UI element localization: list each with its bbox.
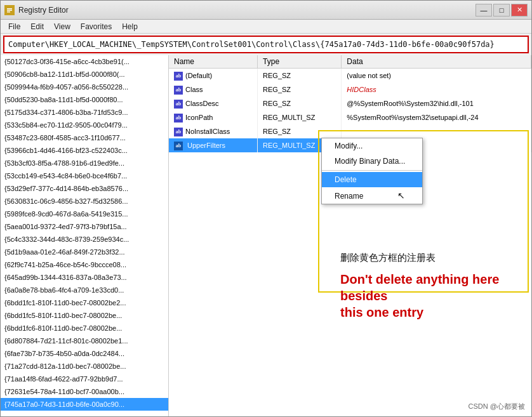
reg-type: REG_SZ [258, 69, 342, 83]
window-title: Registry Editor [18, 6, 475, 15]
menu-help[interactable]: Help [117, 21, 143, 32]
tree-item[interactable]: {72631e54-78a4-11d0-bcf7-00aa00b... [1, 385, 168, 398]
type-icon: ab [174, 86, 183, 95]
tree-item[interactable]: {6bdd1fc5-810f-11d0-bec7-08002be... [1, 309, 168, 322]
tree-item[interactable]: {71a27cdd-812a-11d0-bec7-08002be... [1, 360, 168, 373]
reg-type: REG_SZ [258, 83, 342, 96]
tree-item[interactable]: {5c4c3332-344d-483c-8739-259e934c... [1, 233, 168, 246]
menu-bar: File Edit View Favorites Help [1, 20, 531, 34]
type-icon: ab [174, 128, 183, 136]
class-value: HIDClass [347, 86, 376, 93]
tree-item[interactable]: {6a0a8e78-bba6-4fc4-a709-1e33cd0... [1, 284, 168, 296]
tree-item[interactable]: {53ccb149-e543-4c84-b6e0-bce4f6b7... [1, 169, 168, 182]
reg-type: REG_MULTI_SZ [258, 110, 342, 124]
tree-item[interactable]: {533c5b84-ec70-11d2-9505-00c04f79... [1, 119, 168, 131]
svg-rect-2 [7, 10, 12, 11]
annotation-chinese: 删除黄色方框的注册表 [340, 252, 436, 264]
tree-item[interactable]: {6fae73b7-b735-4b50-a0da-0dc2484... [1, 347, 168, 360]
tree-item[interactable]: {5630831c-06c9-4856-b327-f5d32586... [1, 195, 168, 208]
ctx-modify[interactable]: Modify... [322, 138, 422, 154]
reg-type: REG_SZ [258, 124, 342, 138]
col-name: Name [169, 55, 258, 69]
reg-data: %SystemRoot%\system32\setupapi.dll,-24 [342, 110, 531, 124]
address-bar[interactable]: Computer\HKEY_LOCAL_MACHINE\_TempSYSTEM\… [3, 36, 529, 53]
annotation-english-line1: Don't delete anything here besides [340, 272, 499, 303]
type-icon: ab [174, 72, 183, 81]
tree-item[interactable]: {6bdd1fc1-810f-11d0-bec7-08002be2... [1, 296, 168, 309]
tree-item[interactable]: {5175d334-c371-4806-b3ba-71fd53c9... [1, 106, 168, 119]
tree-panel[interactable]: {50127dc3-0f36-415e-a6cc-4cb3be91(... {5… [1, 55, 169, 416]
col-type: Type [258, 55, 342, 69]
reg-name: abClass [169, 83, 258, 96]
main-content: {50127dc3-0f36-415e-a6cc-4cb3be91(... {5… [1, 55, 531, 416]
reg-name: ab UpperFilters [169, 138, 258, 152]
reg-data: (value not set) [342, 69, 531, 83]
tree-item[interactable]: {71aa14f8-6fad-4622-ad77-92bb9d7... [1, 373, 168, 385]
close-button[interactable]: ✕ [511, 4, 528, 17]
tree-item[interactable]: {53d29ef7-377c-4d14-864b-eb3a8576... [1, 182, 168, 195]
reg-name: abClassDesc [169, 96, 258, 110]
reg-data [342, 124, 531, 138]
reg-data: @%SystemRoot%\System32\hid.dll,-101 [342, 96, 531, 110]
tree-item[interactable]: {645ad99b-1344-4316-837a-08a3e73... [1, 271, 168, 284]
tree-item[interactable]: {5aea001d-9372-4ed7-97f3-b79bf15a... [1, 220, 168, 233]
right-panel: Name Type Data ab(Default) REG_SZ (value… [169, 55, 531, 416]
reg-name: ab(Default) [169, 69, 258, 83]
type-icon: ab [174, 142, 183, 150]
watermark: CSDN @心都要被 [469, 402, 525, 411]
upper-filters-label: UpperFilters [187, 142, 225, 149]
context-menu: Modify... Modify Binary Data... Delete R… [321, 138, 423, 204]
registry-editor-window: Registry Editor — □ ✕ File Edit View Fav… [0, 0, 532, 417]
ctx-rename-label: Rename [335, 192, 363, 201]
reg-name: abIconPath [169, 110, 258, 124]
type-icon: ab [174, 114, 183, 122]
menu-view[interactable]: View [49, 21, 76, 32]
annotation-english: Don't delete anything here besides this … [340, 271, 531, 321]
tree-item[interactable]: {5989fce8-9cd0-467d-8a6a-5419e315... [1, 208, 168, 220]
window-controls: — □ ✕ [475, 4, 528, 17]
svg-rect-1 [7, 8, 12, 10]
menu-file[interactable]: File [3, 21, 25, 32]
svg-rect-3 [7, 11, 10, 13]
maximize-button[interactable]: □ [493, 4, 510, 17]
ctx-modify-binary[interactable]: Modify Binary Data... [322, 154, 422, 169]
tree-item[interactable]: {50dd5230-ba8a-11d1-bf5d-0000f80... [1, 93, 168, 106]
tree-item[interactable]: {53966cb1-4d46-4166-bf23-c522403c... [1, 144, 168, 157]
ctx-rename[interactable]: Rename ↖ [322, 187, 422, 204]
reg-type: REG_SZ [258, 96, 342, 110]
tree-item[interactable]: {5d1b9aaa-01e2-46af-849f-272b3f32... [1, 246, 168, 258]
type-icon: ab [174, 100, 183, 109]
tree-item-selected[interactable]: {745a17a0-74d3-11d0-b6fe-00a0c90... [1, 398, 168, 411]
tree-item[interactable]: {5099944a-f6b9-4057-a056-8c550228... [1, 81, 168, 93]
table-row[interactable]: abNoInstallClass REG_SZ [169, 124, 531, 138]
tree-item[interactable]: {62f9c741-b25a-46ce-b54c-9bccce08... [1, 258, 168, 271]
tree-item[interactable]: {6d807884-7d21-11cf-801c-08002be1... [1, 334, 168, 347]
tree-item[interactable]: {53487c23-680f-4585-acc3-1f10d677... [1, 131, 168, 144]
tree-item[interactable]: {6bdd1fc6-810f-11d0-bec7-08002be... [1, 322, 168, 334]
menu-favorites[interactable]: Favorites [76, 21, 117, 32]
table-row[interactable]: abIconPath REG_MULTI_SZ %SystemRoot%\sys… [169, 110, 531, 124]
col-data: Data [342, 55, 531, 69]
reg-name: abNoInstallClass [169, 124, 258, 138]
ctx-divider [322, 170, 422, 171]
address-text: Computer\HKEY_LOCAL_MACHINE\_TempSYSTEM\… [8, 40, 495, 49]
table-row[interactable]: abClass REG_SZ HIDClass [169, 83, 531, 96]
menu-edit[interactable]: Edit [25, 21, 49, 32]
ctx-delete[interactable]: Delete [322, 172, 422, 187]
tree-item[interactable]: {50127dc3-0f36-415e-a6cc-4cb3be91(... [1, 55, 168, 68]
app-icon [4, 5, 15, 15]
cursor-icon: ↖ [397, 190, 405, 201]
tree-item[interactable]: {53b3cf03-8f5a-4788-91b6-d19ed9fe... [1, 157, 168, 169]
table-row[interactable]: abClassDesc REG_SZ @%SystemRoot%\System3… [169, 96, 531, 110]
title-bar: Registry Editor — □ ✕ [1, 1, 531, 20]
table-row[interactable]: ab(Default) REG_SZ (value not set) [169, 69, 531, 83]
minimize-button[interactable]: — [475, 4, 492, 17]
tree-item[interactable]: {50906cb8-ba12-11d1-bf5d-0000f80(... [1, 68, 168, 81]
reg-data: HIDClass [342, 83, 531, 96]
registry-scroll[interactable]: Name Type Data ab(Default) REG_SZ (value… [169, 55, 531, 416]
annotation-english-line2: this one entry [340, 305, 423, 319]
